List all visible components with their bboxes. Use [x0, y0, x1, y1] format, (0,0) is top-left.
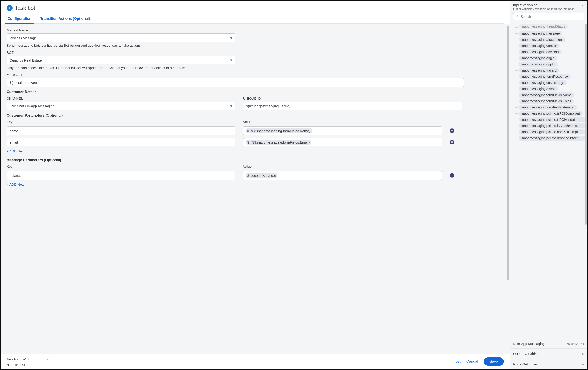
caret-right-icon: ▶ — [513, 342, 515, 346]
mp-value-label: Value — [243, 164, 442, 168]
svg-rect-4 — [9, 7, 10, 8]
chevron-down-icon: ▼ — [46, 358, 48, 361]
customer-details-title: Customer Details — [7, 90, 504, 94]
mp-key-label: Key — [7, 164, 235, 168]
tabs: Configuration Transition Actions (Option… — [7, 15, 504, 24]
caret-right-icon: ▶ — [582, 352, 584, 355]
tab-transition-actions[interactable]: Transition Actions (Optional) — [39, 15, 91, 23]
variable-chip[interactable]: inappmessaging.pciInfo.droppedAttachment… — [519, 136, 586, 140]
cp-value-label: Value — [243, 120, 442, 124]
variable-chip[interactable]: inappmessaging.version — [519, 43, 560, 48]
tab-configuration[interactable]: Configuration — [7, 15, 32, 23]
uniqueid-label: UNIQUE ID — [243, 96, 462, 100]
node-outcomes-row[interactable]: Node Outcomes ▶ — [510, 359, 587, 369]
mp-value-input[interactable]: $(accountBalance) — [243, 171, 442, 180]
page-title: Task bot — [15, 5, 35, 11]
chevron-down-icon: ▼ — [230, 104, 233, 108]
input-variables-title: Input Variables — [513, 3, 575, 7]
delete-row-icon[interactable]: ✕ — [450, 140, 454, 144]
svg-line-6 — [517, 17, 518, 17]
output-variables-row[interactable]: Output Variables ▶ — [510, 348, 587, 359]
chevron-down-icon: ▼ — [230, 58, 233, 62]
variable-pill: $(n38.inappmessaging.formFields.Email) — [246, 140, 311, 145]
save-button[interactable]: Save — [484, 358, 504, 366]
cp-value-input[interactable]: $(n38.inappmessaging.formFields.Email) — [243, 138, 442, 147]
chevron-down-icon[interactable]: ▼ — [581, 3, 584, 7]
variable-chip[interactable]: inappmessaging.transId — [519, 68, 559, 73]
customer-params-title: Customer Parameters (Optional) — [7, 113, 504, 118]
scrollbar-track — [507, 26, 509, 352]
input-variables-subtitle: List of variables available as input for… — [513, 7, 575, 11]
add-message-param-button[interactable]: + ADD New — [7, 182, 504, 186]
method-select[interactable]: Process Message ▼ — [7, 33, 235, 42]
svg-point-5 — [516, 15, 517, 17]
variable-chip[interactable]: inappmessaging.pciInfo.isAttachmentEnabl… — [519, 123, 586, 128]
variable-chip[interactable]: inappmessaging.pciInfo.isPCICompliant — [519, 111, 583, 116]
mp-key-input[interactable]: balance — [7, 171, 235, 180]
variable-chip[interactable]: inappmessaging.formFields.Email — [519, 99, 574, 104]
channel-label: CHANNEL — [7, 96, 235, 100]
channel-select[interactable]: Live Chat / In-App Messaging ▼ — [7, 102, 235, 110]
search-icon — [515, 15, 518, 19]
variable-chip[interactable]: inappmessaging.deviceId — [519, 50, 562, 54]
uniqueid-value: $(n2.inappmessaging.userId) — [246, 104, 290, 108]
variable-chip[interactable]: inappmessaging.customTags — [519, 80, 567, 85]
form-scroll-area[interactable]: Method Name Process Message ▼ Send messa… — [1, 24, 510, 354]
cp-key-label: Key — [7, 120, 235, 124]
version-value: v1.3 — [23, 358, 29, 361]
method-value: Process Message — [10, 36, 37, 40]
variable-search-input[interactable] — [513, 13, 584, 20]
variable-chip[interactable]: inappmessaging.formResponse — [519, 74, 571, 79]
cp-value-input[interactable]: $(n38.inappmessaging.formFields.Name) — [243, 126, 442, 135]
cancel-button[interactable]: Cancel — [466, 360, 478, 364]
scrollbar-thumb[interactable] — [507, 26, 509, 280]
message-value: $(questionForBot) — [10, 81, 37, 85]
uniqueid-input[interactable]: $(n2.inappmessaging.userId) — [243, 102, 462, 110]
caret-right-icon: ▶ — [582, 363, 584, 366]
svg-point-2 — [9, 8, 10, 9]
variable-chip[interactable]: inappmessaging.origin — [519, 56, 557, 60]
bot-help: Only the bots accessible for you in the … — [7, 66, 504, 70]
variable-chip[interactable]: inappmessaging.pciInfo.isPCIValidationEn… — [519, 117, 586, 122]
footer-name: Task bot — [7, 358, 19, 361]
variable-chip[interactable]: inappmessaging.attachment — [519, 37, 566, 42]
variable-chip[interactable]: inappmessaging.formFields.Name — [519, 92, 574, 98]
inapp-messaging-row[interactable]: ▶In-App Messaging Node ID: 745 — [510, 339, 587, 348]
bot-select[interactable]: Cumulus Real Estate ▼ — [7, 56, 235, 64]
cp-key-input[interactable]: name — [7, 126, 235, 135]
variable-chip[interactable]: inappmessaging.appId — [519, 62, 557, 67]
message-params-title: Message Parameters (Optional) — [7, 158, 504, 162]
svg-rect-1 — [9, 8, 10, 9]
variable-pill: $(accountBalance) — [246, 173, 277, 178]
variable-chip[interactable]: inappmessaging.extras — [519, 86, 558, 91]
bot-value: Cumulus Real Estate — [10, 58, 42, 62]
cp-key-input[interactable]: email — [7, 138, 235, 147]
bot-icon — [7, 5, 12, 11]
inapp-node-id: Node ID: 745 — [567, 342, 584, 345]
variable-chip[interactable]: inappmessaging.message — [519, 31, 562, 36]
variable-tree-scroll[interactable]: inappmessaging.threadStatusinappmessagin… — [510, 23, 587, 339]
delete-row-icon[interactable]: ✕ — [450, 129, 454, 133]
scrollbar-track — [585, 24, 587, 337]
add-customer-param-button[interactable]: + ADD New — [7, 149, 504, 153]
delete-row-icon[interactable]: ✕ — [450, 173, 454, 178]
svg-point-3 — [10, 8, 10, 9]
channel-value: Live Chat / In-App Messaging — [10, 104, 54, 108]
chevron-down-icon: ▼ — [230, 36, 233, 40]
variable-chip[interactable]: inappmessaging.threadStatus — [519, 24, 568, 29]
scrollbar-thumb[interactable] — [585, 24, 587, 225]
test-button[interactable]: Test — [454, 360, 460, 364]
version-select[interactable]: v1.3 ▼ — [21, 356, 50, 362]
variable-chip[interactable]: inappmessaging.pciInfo.nonPCICompliant — [519, 130, 586, 134]
bot-label: BOT — [7, 50, 504, 54]
message-label: MESSAGE — [7, 73, 504, 77]
footer-node-id: Node ID: 1617 — [7, 363, 50, 367]
variable-pill: $(n38.inappmessaging.formFields.Name) — [246, 129, 312, 133]
method-help: Send message to bots configured via Bot … — [7, 43, 504, 47]
variable-chip[interactable]: inappmessaging.formFields.Reason — [519, 105, 577, 110]
method-label: Method Name — [7, 28, 504, 32]
message-input[interactable]: $(questionForBot) — [7, 78, 464, 87]
